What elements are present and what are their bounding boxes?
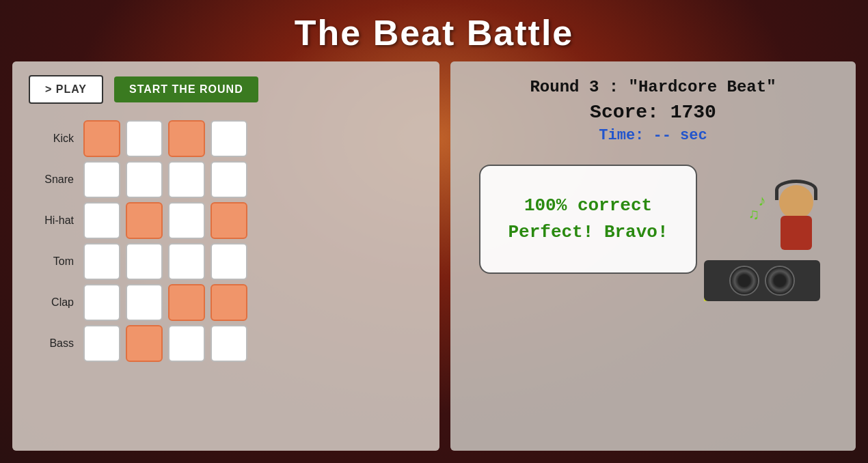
vinyl-right <box>765 266 795 296</box>
play-button[interactable]: > PLAY <box>29 75 103 104</box>
result-box: 100% correct Perfect! Bravo! <box>479 165 696 274</box>
drum-cell-snare-3[interactable] <box>211 161 247 198</box>
drum-cell-clap-3[interactable] <box>211 284 247 321</box>
drum-cells-snare <box>83 161 247 198</box>
drum-cell-clap-1[interactable] <box>126 284 163 321</box>
drum-cell-bass-3[interactable] <box>211 325 247 362</box>
drum-cells-hi-hat <box>83 202 247 239</box>
time-display: Time: -- sec <box>599 127 707 144</box>
drum-row: Clap <box>29 284 423 321</box>
dj-character: ♪ ♫ <box>704 165 827 301</box>
page-container: The Beat Battle > PLAY START THE ROUND K… <box>0 0 868 463</box>
drum-cell-snare-2[interactable] <box>168 161 205 198</box>
drum-cell-kick-0[interactable] <box>83 120 120 157</box>
round-title: Round 3 : "Hardcore Beat" <box>530 78 776 96</box>
drum-cell-clap-2[interactable] <box>168 284 205 321</box>
dj-torso <box>781 216 812 250</box>
music-note-2: ♫ <box>748 206 760 223</box>
drum-cells-tom <box>83 243 247 280</box>
drum-label-tom: Tom <box>29 255 83 268</box>
controls-row: > PLAY START THE ROUND <box>29 75 423 104</box>
drum-cell-kick-1[interactable] <box>126 120 163 157</box>
drum-cell-tom-3[interactable] <box>211 243 247 280</box>
score-display: Score: 1730 <box>590 102 716 123</box>
drum-row: Snare <box>29 161 423 198</box>
drum-label-kick: Kick <box>29 132 83 145</box>
left-panel: > PLAY START THE ROUND KickSnareHi-hatTo… <box>12 61 439 451</box>
drum-cell-tom-0[interactable] <box>83 243 120 280</box>
drum-label-clap: Clap <box>29 296 83 309</box>
right-panel: Round 3 : "Hardcore Beat" Score: 1730 Ti… <box>450 61 856 451</box>
result-line1: 100% correct Perfect! Bravo! <box>508 193 668 246</box>
drum-cell-bass-2[interactable] <box>168 325 205 362</box>
drum-cell-hi-hat-1[interactable] <box>126 202 163 239</box>
drum-cells-bass <box>83 325 247 362</box>
drum-cell-kick-3[interactable] <box>211 120 247 157</box>
drum-cell-clap-0[interactable] <box>83 284 120 321</box>
drum-cell-bass-1[interactable] <box>126 325 163 362</box>
right-panel-content: Round 3 : "Hardcore Beat" Score: 1730 Ti… <box>464 78 842 301</box>
music-note-1: ♪ <box>759 192 766 210</box>
drum-cell-tom-2[interactable] <box>168 243 205 280</box>
result-box-container: 100% correct Perfect! Bravo! <box>464 165 842 301</box>
drum-label-bass: Bass <box>29 337 83 350</box>
drum-cells-kick <box>83 120 247 157</box>
drum-cell-snare-0[interactable] <box>83 161 120 198</box>
drum-label-snare: Snare <box>29 173 83 186</box>
page-title: The Beat Battle <box>0 12 868 53</box>
vinyl-left <box>729 266 759 296</box>
start-round-button[interactable]: START THE ROUND <box>114 76 258 102</box>
drum-row: Tom <box>29 243 423 280</box>
drum-row: Bass <box>29 325 423 362</box>
drum-cell-tom-1[interactable] <box>126 243 163 280</box>
drum-cells-clap <box>83 284 247 321</box>
header: The Beat Battle <box>0 0 868 61</box>
drum-row: Hi-hat <box>29 202 423 239</box>
dj-figure: ♪ ♫ <box>759 185 827 267</box>
drum-grid: KickSnareHi-hatTomClapBass <box>29 120 423 362</box>
drum-cell-hi-hat-0[interactable] <box>83 202 120 239</box>
drum-label-hi-hat: Hi-hat <box>29 214 83 227</box>
drum-cell-snare-1[interactable] <box>126 161 163 198</box>
drum-cell-hi-hat-2[interactable] <box>168 202 205 239</box>
drum-cell-kick-2[interactable] <box>168 120 205 157</box>
drum-row: Kick <box>29 120 423 157</box>
drum-cell-hi-hat-3[interactable] <box>211 202 247 239</box>
drum-cell-bass-0[interactable] <box>83 325 120 362</box>
dj-head <box>779 185 813 219</box>
left-panel-content: > PLAY START THE ROUND KickSnareHi-hatTo… <box>29 75 423 362</box>
main-content: > PLAY START THE ROUND KickSnareHi-hatTo… <box>0 61 868 463</box>
